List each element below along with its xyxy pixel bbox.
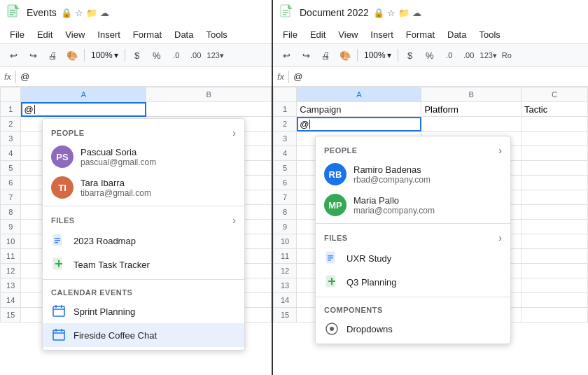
left-person-0[interactable]: PS Pascual Soria pascual@gmail.com [43,141,244,172]
maria-name: Maria Pallo [354,195,435,206]
menu-insert-left[interactable]: Insert [92,28,126,41]
print-btn-right[interactable]: 🖨 [316,46,335,64]
right-cell-A2[interactable]: @ [297,117,421,132]
menu-edit-right[interactable]: Edit [304,28,331,41]
undo-btn-right[interactable]: ↩ [277,46,295,64]
col-a-header-left[interactable]: A [21,87,146,102]
redo-btn-right[interactable]: ↪ [297,46,315,64]
right-cell-C2[interactable] [521,117,587,132]
left-event-1[interactable]: Fireside Coffee Chat [43,323,244,347]
right-cell-C4[interactable] [521,146,587,161]
left-grid: A B 1@23456789101112131415 PEOPLE › PS P… [0,87,272,375]
left-file-1[interactable]: Team Task Tracker [43,253,244,276]
left-event-0[interactable]: Sprint Planning [43,299,244,323]
right-cell-C14[interactable] [521,293,587,308]
zoom-right[interactable]: 100% ▾ [360,48,395,62]
left-title-bar: Events 🔒 ☆ 📁 ☁ [0,0,272,25]
right-cell-C8[interactable] [521,205,587,220]
right-row-header-15: 15 [274,308,297,323]
decimal2-btn-left[interactable]: .00 [187,46,205,64]
file-icon-roadmap [51,233,66,248]
right-cell-C12[interactable] [521,264,587,278]
right-cell-A1[interactable]: Campaign [297,102,421,117]
col-b-header-right[interactable]: B [421,87,522,102]
right-cell-C11[interactable] [521,249,587,264]
paint-btn-right[interactable]: 🎨 [336,46,354,64]
print-btn-left[interactable]: 🖨 [43,46,62,64]
left-files-arrow[interactable]: › [232,215,236,226]
redo-btn-left[interactable]: ↪ [24,46,42,64]
right-cell-B2[interactable] [421,117,522,132]
menu-file-left[interactable]: File [4,28,30,41]
left-people-arrow[interactable]: › [232,127,236,139]
right-files-arrow[interactable]: › [498,232,502,243]
format-123-right[interactable]: 123▾ [479,46,498,64]
svg-rect-7 [55,240,60,241]
left-file-0[interactable]: 2023 Roadmap [43,229,244,253]
right-cell-C13[interactable] [521,278,587,293]
zoom-arrow-left: ▾ [114,50,118,60]
menu-file-right[interactable]: File [277,28,303,41]
left-cell-B1[interactable] [146,102,272,117]
svg-rect-25 [328,255,333,257]
right-people-arrow[interactable]: › [498,145,502,156]
maria-info: Maria Pallo maria@company.com [354,195,435,215]
decimal2-btn-right[interactable]: .00 [460,46,478,64]
paint-btn-left[interactable]: 🎨 [63,46,81,64]
menu-tools-right[interactable]: Tools [473,28,505,41]
decimal1-btn-right[interactable]: .0 [440,46,458,64]
right-grid: A B C 1CampaignPlatformTactic2@345678910… [273,87,588,375]
menu-tools-left[interactable]: Tools [200,28,232,41]
tara-name: Tara Ibarra [80,178,151,188]
left-divider-1 [43,206,244,206]
right-cell-C9[interactable] [521,220,587,234]
right-cell-C3[interactable] [521,132,587,146]
menu-insert-right[interactable]: Insert [365,28,399,41]
menu-data-left[interactable]: Data [169,28,199,41]
left-row-header-15: 15 [1,308,21,323]
col-a-header-right[interactable]: A [297,87,421,102]
right-cell-C7[interactable] [521,190,587,205]
right-menu-bar: File Edit View Insert Format Data Tools [273,25,588,43]
menu-format-left[interactable]: Format [127,28,167,41]
decimal1-btn-left[interactable]: .0 [167,46,186,64]
right-file-0[interactable]: UXR Study [316,246,510,270]
zoom-left[interactable]: 100% ▾ [88,48,122,62]
right-row-header-14: 14 [274,293,297,308]
right-person-0[interactable]: RB Ramiro Badenas rbad@company.com [316,159,510,190]
right-cell-C5[interactable] [521,161,587,176]
right-cell-C15[interactable] [521,308,587,323]
right-cell-C6[interactable] [521,176,587,190]
right-person-1[interactable]: MP Maria Pallo maria@company.com [316,190,510,220]
dollar-btn-right[interactable]: $ [401,46,419,64]
menu-view-left[interactable]: View [59,28,90,41]
percent-btn-left[interactable]: % [148,46,166,64]
menu-format-right[interactable]: Format [400,28,440,41]
formula-value-right: @ [293,71,302,82]
formula-label-left: fx [4,71,11,82]
left-person-1[interactable]: TI Tara Ibarra tibarra@gmail.com [43,172,244,203]
left-calendar-label: CALENDAR EVENTS [51,288,132,297]
percent-btn-right[interactable]: % [421,46,439,64]
col-c-header-right[interactable]: C [521,87,587,102]
right-row-header-4: 4 [274,146,297,161]
right-spreadsheet: Document 2022 🔒 ☆ 📁 ☁ File Edit View Ins… [273,0,588,375]
right-cell-C1[interactable]: Tactic [521,102,587,117]
svg-rect-12 [53,306,64,316]
right-file-1[interactable]: Q3 Planning [316,270,510,294]
svg-rect-23 [283,14,286,15]
menu-data-right[interactable]: Data [442,28,472,41]
menu-view-right[interactable]: View [332,28,363,41]
right-cell-B1[interactable]: Platform [421,102,522,117]
right-cell-C10[interactable] [521,234,587,249]
menu-edit-left[interactable]: Edit [31,28,58,41]
right-component-0[interactable]: Dropdowns [316,317,510,341]
left-row-header-14: 14 [1,293,21,308]
zoom-arrow-right: ▾ [387,50,391,60]
col-b-header-left[interactable]: B [146,87,272,102]
dollar-btn-left[interactable]: $ [128,46,146,64]
left-cell-A1[interactable]: @ [21,102,146,117]
format-123-left[interactable]: 123▾ [206,46,225,64]
pascual-email: pascual@gmail.com [80,157,156,167]
undo-btn-left[interactable]: ↩ [4,46,22,64]
